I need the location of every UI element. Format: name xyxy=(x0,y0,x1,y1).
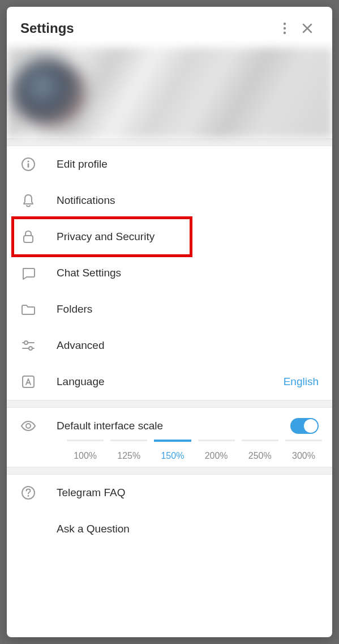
svg-point-16 xyxy=(28,495,29,497)
svg-point-1 xyxy=(284,27,286,29)
section-separator xyxy=(7,138,332,146)
tick-line xyxy=(198,440,235,441)
tick-line xyxy=(110,440,147,441)
privacy-security-row[interactable]: Privacy and Security xyxy=(7,219,332,255)
row-label: Folders xyxy=(57,303,319,315)
svg-rect-13 xyxy=(23,376,34,387)
tick-line xyxy=(242,440,278,441)
row-label: Privacy and Security xyxy=(57,231,319,243)
close-button[interactable] xyxy=(296,17,319,40)
scale-section: Default interface scale 100%125%150%200%… xyxy=(7,408,332,467)
profile-header-blurred[interactable] xyxy=(7,48,332,138)
modal-header: Settings xyxy=(7,7,332,48)
folders-row[interactable]: Folders xyxy=(7,291,332,327)
tick-line xyxy=(67,440,104,441)
svg-point-2 xyxy=(284,32,286,34)
kebab-icon xyxy=(283,22,286,35)
close-icon xyxy=(302,23,313,34)
help-section: Telegram FAQ Ask a Question xyxy=(7,475,332,547)
scale-option[interactable]: 300% xyxy=(282,440,325,461)
row-label: Ask a Question xyxy=(57,523,319,535)
ask-question-row[interactable]: Ask a Question xyxy=(7,511,332,547)
scale-option[interactable]: 125% xyxy=(107,440,151,461)
sliders-icon xyxy=(20,338,36,353)
row-label: Chat Settings xyxy=(57,267,319,279)
language-row[interactable]: Language English xyxy=(7,364,332,400)
tick-label: 250% xyxy=(238,451,282,461)
row-label: Edit profile xyxy=(57,158,319,170)
svg-point-12 xyxy=(29,347,32,350)
eye-icon xyxy=(20,418,36,434)
row-label: Language xyxy=(57,376,263,388)
help-icon xyxy=(20,485,36,501)
row-label: Notifications xyxy=(57,194,319,207)
language-value: English xyxy=(284,376,319,388)
bell-icon xyxy=(20,193,36,208)
section-separator xyxy=(7,467,332,475)
folder-icon xyxy=(20,301,36,317)
chat-icon xyxy=(20,265,36,281)
section-separator xyxy=(7,400,332,408)
settings-modal: Settings Edit profile xyxy=(7,7,332,637)
svg-point-0 xyxy=(284,23,286,25)
tick-label: 150% xyxy=(151,451,194,461)
svg-point-6 xyxy=(27,160,29,162)
tick-line xyxy=(154,440,191,442)
scale-option[interactable]: 200% xyxy=(195,440,238,461)
scale-option[interactable]: 100% xyxy=(63,440,107,461)
toggle-knob xyxy=(304,419,317,433)
notifications-row[interactable]: Notifications xyxy=(7,182,332,219)
tick-label: 100% xyxy=(63,451,107,461)
interface-scale-row: Default interface scale xyxy=(7,408,332,440)
spacer-icon xyxy=(20,521,36,537)
svg-rect-7 xyxy=(28,163,29,168)
more-options-button[interactable] xyxy=(273,17,296,40)
settings-list: Edit profile Notifications Privacy and S… xyxy=(7,146,332,400)
language-icon xyxy=(20,374,36,390)
chat-settings-row[interactable]: Chat Settings xyxy=(7,255,332,291)
scale-toggle[interactable] xyxy=(290,418,319,434)
svg-rect-8 xyxy=(24,236,33,242)
scale-option[interactable]: 150% xyxy=(151,440,194,461)
row-label: Telegram FAQ xyxy=(57,487,319,499)
svg-point-10 xyxy=(24,341,28,344)
tick-label: 125% xyxy=(107,451,151,461)
advanced-row[interactable]: Advanced xyxy=(7,327,332,364)
scale-label: Default interface scale xyxy=(57,420,270,432)
lock-icon xyxy=(20,229,36,245)
row-label: Advanced xyxy=(57,339,319,352)
edit-profile-row[interactable]: Edit profile xyxy=(7,146,332,182)
tick-label: 200% xyxy=(195,451,238,461)
scale-option[interactable]: 250% xyxy=(238,440,282,461)
faq-row[interactable]: Telegram FAQ xyxy=(7,475,332,511)
info-icon xyxy=(20,156,36,172)
tick-line xyxy=(285,440,322,441)
page-title: Settings xyxy=(20,20,273,36)
scale-slider[interactable]: 100%125%150%200%250%300% xyxy=(7,440,332,467)
tick-label: 300% xyxy=(282,451,325,461)
svg-point-14 xyxy=(26,424,31,428)
